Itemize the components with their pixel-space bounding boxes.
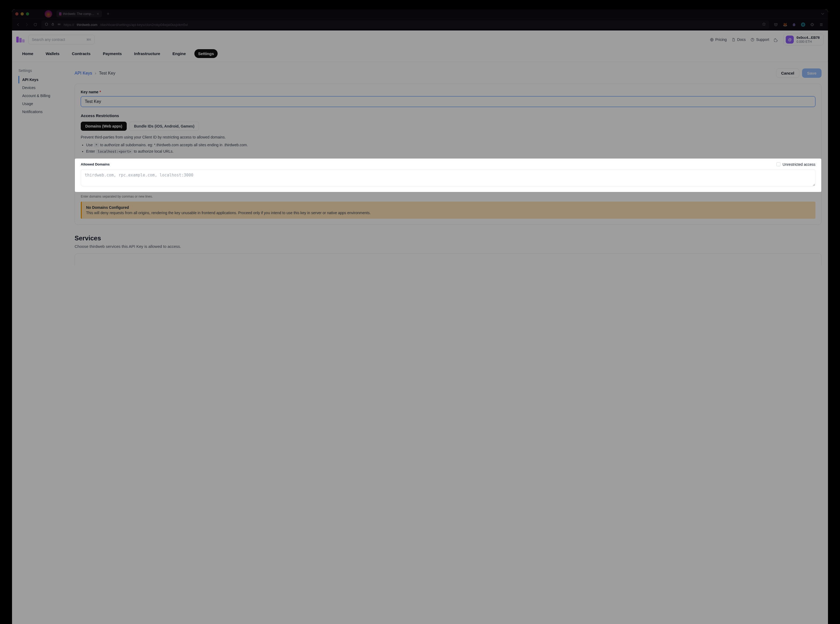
- tab-domains[interactable]: Domains (Web apps): [81, 122, 127, 131]
- sidebar-item-usage[interactable]: Usage: [19, 100, 63, 108]
- tab-bundle-ids[interactable]: Bundle IDs (iOS, Android, Games): [130, 122, 199, 131]
- docs-link[interactable]: Docs: [732, 37, 746, 42]
- wallet-address: 0x0cc4...EB78: [797, 36, 820, 40]
- help-bullet-2: Enter localhost:<port> to authorize loca…: [86, 148, 815, 155]
- theme-toggle[interactable]: [774, 37, 778, 42]
- url-bar[interactable]: https://thirdweb.com/dashboard/settings/…: [42, 20, 769, 29]
- allowed-domains-hint: Enter domains separated by commas or new…: [81, 195, 815, 198]
- svg-point-2: [59, 24, 60, 25]
- maximize-window-icon[interactable]: [26, 12, 29, 15]
- url-domain: thirdweb.com: [77, 23, 97, 27]
- extension-icon-1[interactable]: 🦊: [782, 22, 788, 28]
- nav-infrastructure[interactable]: Infrastructure: [130, 49, 164, 58]
- browser-titlebar: thirdweb: The complete web3 d ✕ +: [12, 9, 828, 19]
- firefox-icon: [45, 10, 52, 18]
- extension-icon-2[interactable]: [791, 22, 797, 28]
- svg-point-1: [58, 24, 59, 25]
- nav-wallets[interactable]: Wallets: [42, 49, 63, 58]
- wallet-button[interactable]: @ 0x0cc4...EB78 0.000 ETH: [783, 34, 824, 45]
- back-icon[interactable]: [16, 22, 21, 27]
- nav-home[interactable]: Home: [19, 49, 37, 58]
- services-heading: Services: [74, 235, 821, 242]
- bookmark-star-icon[interactable]: [762, 22, 766, 27]
- moon-icon: [774, 37, 778, 42]
- warning-title: No Domains Configured: [86, 205, 811, 210]
- close-tab-icon[interactable]: ✕: [97, 12, 99, 16]
- window-controls: [15, 12, 29, 15]
- wallet-balance: 0.000 ETH: [797, 40, 820, 43]
- browser-toolbar: https://thirdweb.com/dashboard/settings/…: [12, 19, 828, 31]
- sidebar-item-devices[interactable]: Devices: [19, 84, 63, 91]
- close-window-icon[interactable]: [15, 12, 19, 15]
- cancel-button[interactable]: Cancel: [776, 68, 799, 78]
- hamburger-menu-icon[interactable]: [818, 22, 824, 28]
- support-link[interactable]: Support: [750, 37, 769, 42]
- search-shortcut: ⌘K: [86, 38, 91, 42]
- no-domains-warning: No Domains Configured This will deny req…: [81, 202, 815, 219]
- document-icon: [732, 38, 735, 42]
- allowed-domains-textarea[interactable]: [81, 169, 815, 186]
- pocket-icon[interactable]: [773, 22, 779, 28]
- access-restrictions-title: Access Restrictions: [81, 113, 815, 118]
- sidebar-item-account-billing[interactable]: Account & Billing: [19, 92, 63, 99]
- allowed-domains-label: Allowed Domains: [81, 162, 110, 166]
- forward-icon[interactable]: [24, 22, 29, 27]
- breadcrumb-link[interactable]: API Keys: [74, 71, 92, 76]
- key-name-label: Key name*: [81, 90, 815, 94]
- allowed-domains-section: Allowed Domains Unrestricted access: [75, 159, 821, 192]
- tab-favicon: [59, 12, 62, 15]
- nav-payments[interactable]: Payments: [99, 49, 126, 58]
- wallet-avatar-icon: @: [786, 36, 794, 43]
- url-path: /dashboard/settings/api-keys/clon2rokp04…: [100, 23, 188, 27]
- lock-icon[interactable]: [51, 22, 54, 27]
- primary-nav: Home Wallets Contracts Payments Infrastr…: [12, 48, 828, 62]
- permissions-icon[interactable]: [57, 22, 61, 27]
- svg-point-4: [802, 23, 804, 26]
- svg-rect-0: [52, 24, 54, 25]
- sidebar-item-api-keys[interactable]: API Keys: [19, 76, 63, 83]
- save-button[interactable]: Save: [802, 68, 821, 78]
- shield-icon[interactable]: [45, 22, 48, 27]
- extensions-icon[interactable]: [809, 22, 815, 28]
- access-help: Prevent third-parties from using your Cl…: [81, 135, 815, 139]
- tab-title: thirdweb: The complete web3 d: [63, 12, 95, 16]
- nav-engine[interactable]: Engine: [169, 49, 190, 58]
- nav-settings[interactable]: Settings: [195, 49, 218, 58]
- unrestricted-access-toggle[interactable]: Unrestricted access: [777, 162, 815, 167]
- extension-icon-3[interactable]: [800, 22, 806, 28]
- warning-body: This will deny requests from all origins…: [86, 211, 811, 215]
- url-scheme: https://: [63, 23, 74, 27]
- new-tab-button[interactable]: +: [104, 11, 112, 17]
- app-topbar: Search any contract ⌘K Pricing Docs Supp…: [12, 31, 828, 48]
- help-icon: [750, 38, 754, 42]
- key-name-input[interactable]: [81, 96, 815, 107]
- pricing-link[interactable]: Pricing: [710, 37, 727, 42]
- search-placeholder: Search any contract: [32, 37, 65, 42]
- checkbox-icon[interactable]: [777, 162, 780, 166]
- settings-sidebar: Settings API Keys Devices Account & Bill…: [12, 62, 63, 276]
- api-key-form-card: Key name* Access Restrictions Domains (W…: [74, 84, 821, 225]
- browser-tab[interactable]: thirdweb: The complete web3 d ✕: [56, 11, 102, 17]
- reload-icon[interactable]: [33, 22, 38, 27]
- globe-icon: [710, 38, 714, 42]
- thirdweb-logo[interactable]: [16, 37, 25, 43]
- breadcrumb-current: Test Key: [99, 71, 115, 76]
- search-input[interactable]: Search any contract ⌘K: [28, 35, 95, 44]
- minimize-window-icon[interactable]: [21, 12, 24, 15]
- chevron-right-icon: ›: [95, 71, 96, 76]
- tabs-overflow-icon[interactable]: [820, 11, 825, 17]
- sidebar-item-notifications[interactable]: Notifications: [19, 108, 63, 116]
- services-subtitle: Choose thirdweb services this API Key is…: [74, 244, 821, 249]
- services-card: [74, 253, 821, 266]
- breadcrumb: API Keys › Test Key: [74, 71, 116, 76]
- help-bullet-1: Use * to authorize all subdomains. eg: *…: [86, 142, 815, 148]
- sidebar-heading: Settings: [19, 68, 63, 73]
- nav-contracts[interactable]: Contracts: [68, 49, 94, 58]
